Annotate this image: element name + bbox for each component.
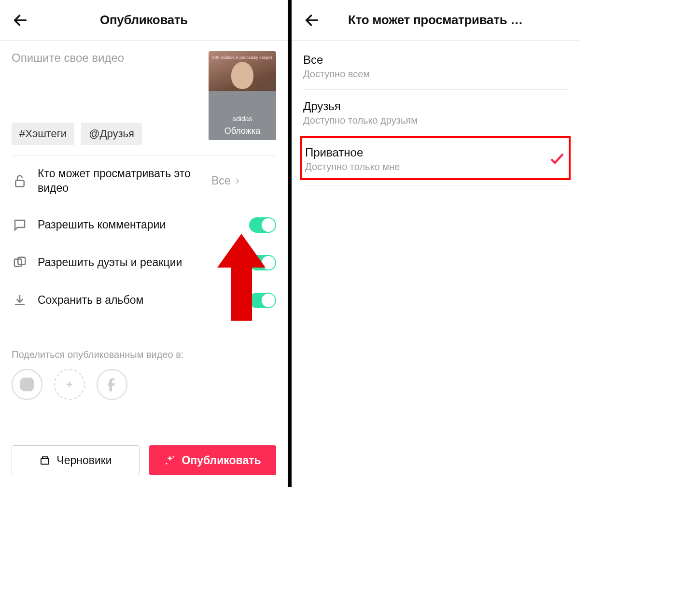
svg-rect-9 <box>41 458 49 464</box>
comments-setting-row[interactable]: Разрешить комментарии <box>12 206 276 244</box>
privacy-label: Кто может просматривать это видео <box>38 167 202 196</box>
duets-toggle[interactable] <box>249 255 276 270</box>
svg-rect-10 <box>42 457 47 458</box>
duets-setting-row[interactable]: Разрешить дуэты и реакции <box>12 244 276 282</box>
thumbnail-overlay-text: 500 лайков и расскажу секрет <box>210 55 274 60</box>
back-button[interactable] <box>302 11 322 30</box>
share-facebook[interactable] <box>97 369 127 400</box>
svg-rect-1 <box>15 181 24 187</box>
share-story[interactable] <box>54 369 85 400</box>
unlock-icon <box>12 173 28 189</box>
description-placeholder: Опишите свое видео <box>12 51 200 65</box>
check-icon <box>548 150 566 169</box>
arrow-left-icon <box>304 12 320 28</box>
svg-point-11 <box>173 456 174 458</box>
drafts-icon <box>39 454 51 466</box>
download-icon <box>12 292 28 309</box>
publish-screen: Опубликовать Опишите свое видео #Хэштеги… <box>0 0 288 487</box>
save-album-toggle[interactable] <box>249 293 276 308</box>
hashtags-chip[interactable]: #Хэштеги <box>12 123 74 145</box>
share-instagram[interactable] <box>12 369 42 400</box>
svg-point-12 <box>166 463 168 465</box>
facebook-icon <box>104 376 120 393</box>
privacy-options: Все Доступно всем Друзья Доступно только… <box>292 41 579 185</box>
annotation-highlight: Приватное Доступно только мне <box>300 136 571 180</box>
comments-toggle[interactable] <box>249 217 276 233</box>
instagram-icon <box>19 376 35 393</box>
content: Опишите свое видео #Хэштеги @Друзья 500 … <box>0 41 288 487</box>
header: Кто может просматривать … <box>292 0 579 41</box>
chevron-right-icon <box>233 176 242 186</box>
comments-label: Разрешить комментарии <box>38 218 239 232</box>
privacy-option-friends[interactable]: Друзья Доступно только друзьям <box>303 90 568 136</box>
share-label: Поделиться опубликованным видео в: <box>12 349 276 360</box>
privacy-setting-row[interactable]: Кто может просматривать это видео Все <box>12 156 276 206</box>
friends-chip[interactable]: @Друзья <box>81 123 142 145</box>
arrow-left-icon <box>12 12 28 28</box>
privacy-option-everyone[interactable]: Все Доступно всем <box>303 41 568 90</box>
privacy-value: Все <box>211 174 242 187</box>
duet-icon <box>12 255 28 271</box>
drafts-button[interactable]: Черновики <box>12 445 140 475</box>
thumbnail-brand: adidas <box>209 115 276 123</box>
publish-button[interactable]: Опубликовать <box>149 445 276 475</box>
svg-point-5 <box>24 382 29 387</box>
page-title: Опубликовать <box>10 13 278 28</box>
duets-label: Разрешить дуэты и реакции <box>38 255 239 270</box>
page-title: Кто может просматривать … <box>301 13 570 28</box>
sparkle-icon <box>164 454 176 466</box>
thumbnail-cover-label: Обложка <box>209 126 276 136</box>
save-album-setting-row[interactable]: Сохранить в альбом <box>12 282 276 319</box>
save-album-label: Сохранить в альбом <box>38 293 239 308</box>
plus-circle-icon <box>61 376 78 393</box>
privacy-screen: Кто может просматривать … Все Доступно в… <box>292 0 579 487</box>
header: Опубликовать <box>0 0 288 41</box>
screen-divider <box>288 0 292 487</box>
privacy-option-private[interactable]: Приватное Доступно только мне <box>305 146 566 172</box>
comment-icon <box>12 217 28 233</box>
svg-point-6 <box>30 380 31 382</box>
description-input[interactable]: Опишите свое видео #Хэштеги @Друзья <box>12 51 200 145</box>
video-thumbnail[interactable]: 500 лайков и расскажу секрет adidas Обло… <box>209 51 276 140</box>
back-button[interactable] <box>11 11 30 30</box>
